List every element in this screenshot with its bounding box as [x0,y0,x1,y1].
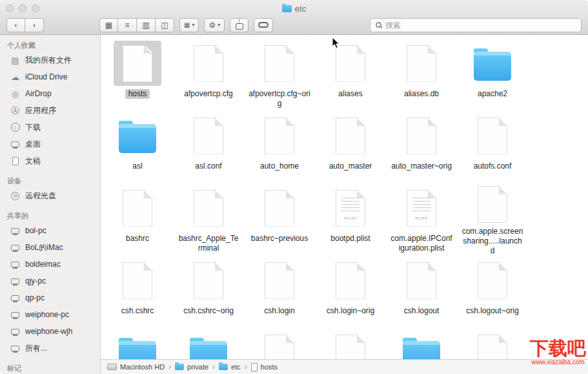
sidebar-item[interactable]: qjy-pc [0,273,100,289]
forward-button[interactable]: › [25,18,44,32]
sidebar-item[interactable]: 所有... [0,340,100,357]
document-icon [407,45,436,82]
titlebar[interactable]: etc [0,0,588,16]
file-item[interactable]: bashrc~previous [244,183,315,256]
file-grid: hostsafpovertcp.cfgafpovertcp.cfg~origal… [101,35,588,359]
page-fold [215,191,223,198]
document-icon [123,190,152,227]
file-item[interactable]: apache2 [457,39,528,111]
file-item[interactable]: PLISTcom.apple.IPConfiguration.plist [386,183,457,256]
column-view-button[interactable]: ▥ [137,18,156,32]
file-name: csh.login [261,306,298,316]
file-item[interactable]: csh.logout [386,256,457,328]
sidebar-item[interactable]: weiphone-pc [0,306,100,323]
share-button[interactable]: ↑ [230,18,248,32]
arrange-button[interactable]: ▦ ▾ [179,18,199,32]
sidebar-item[interactable]: ↓下载 [0,119,100,136]
sidebar-item[interactable]: BoL的iMac [0,239,100,256]
file-item[interactable]: csh.logout~orig [457,256,528,328]
file-item[interactable]: csh.login [244,256,315,328]
file-icon-area [114,185,161,231]
file-icon-area [185,258,232,303]
file-item[interactable]: aliases.db [386,39,457,111]
sidebar-item-label: 桌面 [25,139,41,150]
file-item[interactable] [173,328,244,359]
sidebar-item[interactable]: 远程光盘 [0,187,100,204]
file-item[interactable]: aliases [315,39,386,111]
file-icon-area [469,330,516,359]
sidebar-item-label: BoL的iMac [25,242,63,253]
file-icon-area [256,185,303,231]
file-item[interactable] [102,328,173,359]
sidebar-item[interactable]: ▤我的所有文件 [0,52,100,68]
file-item[interactable]: csh.login~orig [315,256,386,328]
search-input[interactable] [385,21,576,30]
file-icon-area [327,258,374,303]
icon-view-button[interactable]: ▦ [99,18,118,32]
sidebar-item[interactable]: qp-pc [0,289,100,306]
file-item[interactable]: asl [102,111,173,183]
sidebar-item-label: 远程光盘 [25,191,56,202]
sidebar-item[interactable]: weiphone-wjh [0,323,100,340]
file-name: bashrc~previous [248,234,311,244]
sidebar-item[interactable]: ☁iCloud Drive [0,68,100,85]
zoom-button[interactable] [32,5,39,12]
document-icon [336,335,365,360]
page-fold [499,263,507,271]
search-field[interactable] [370,18,582,32]
file-item[interactable]: auto_master~orig [386,111,457,183]
file-icon-area [469,41,516,86]
sidebar-item[interactable]: 桌面 [0,136,100,152]
file-item[interactable] [457,328,528,359]
coverflow-view-button[interactable]: ◫ [156,18,174,32]
sidebar-item[interactable]: 文稿 [0,152,100,169]
file-item[interactable]: bashrc [102,183,173,256]
path-item[interactable]: Macintosh HD [107,363,165,371]
hd-icon [107,364,117,370]
file-name: asl [129,161,145,171]
file-item[interactable]: auto_home [244,111,315,183]
path-item[interactable]: private [175,363,208,371]
file-item[interactable]: autofs.conf [457,111,528,183]
file-item[interactable]: com.apple.screensharing.....launchd [457,183,528,256]
file-item[interactable] [315,328,386,359]
page-fold [286,118,294,126]
file-name: bashrc [123,234,152,244]
document-icon [265,335,294,360]
file-item[interactable]: PLISTbootpd.plist [315,183,386,256]
file-icon-area [185,113,232,158]
downloads-icon: ↓ [11,123,20,132]
path-item-label: etc [231,363,241,371]
tags-button[interactable] [254,18,273,32]
file-item[interactable]: asl.conf [173,111,244,183]
action-button[interactable]: ⚙ ▾ [204,18,225,32]
search-icon [376,22,381,28]
file-icon-area [114,41,161,86]
file-item[interactable]: csh.cshrc~orig [173,256,244,328]
document-icon [478,186,507,223]
airdrop-icon: ◎ [12,90,19,98]
list-view-button[interactable]: ≡ [118,18,137,32]
sidebar-item[interactable]: ◎AirDrop [0,85,100,102]
icloud-icon: ☁ [11,73,19,81]
window-body: 个人收藏▤我的所有文件☁iCloud Drive◎AirDropⒶ应用程序↓下载… [0,35,588,374]
sidebar-item[interactable]: Ⓐ应用程序 [0,102,100,119]
sidebar-item[interactable]: boldeimac [0,256,100,273]
back-button[interactable]: ‹ [6,18,25,32]
file-item[interactable] [244,328,315,359]
close-button[interactable] [6,5,14,12]
path-item[interactable]: hosts [251,363,278,371]
file-item[interactable]: bashrc_Apple_Terminal [173,183,244,256]
window-header: etc ‹ › ▦ ≡ ▥ ◫ ▦ ▾ ⚙ ▾ ↑ [0,0,588,35]
minimize-button[interactable] [19,5,26,12]
sidebar-item-label: boldeimac [25,260,61,269]
file-item[interactable]: auto_master [315,111,386,183]
sidebar-item[interactable]: bol-pc [0,222,100,239]
file-item[interactable] [386,328,457,359]
document-icon [336,262,365,299]
file-item[interactable]: csh.cshrc [102,256,173,328]
path-item[interactable]: etc [219,363,241,371]
file-item[interactable]: afpovertcp.cfg~orig [244,39,315,111]
file-item[interactable]: hosts [102,39,173,111]
file-item[interactable]: afpovertcp.cfg [173,39,244,111]
